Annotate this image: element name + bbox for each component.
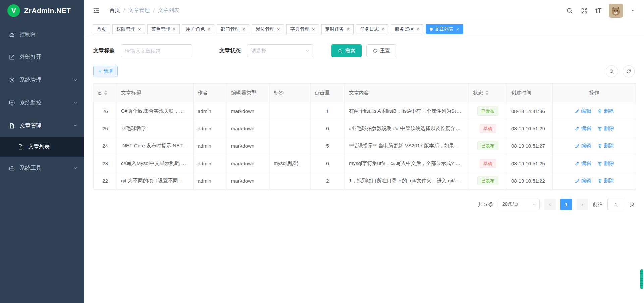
edit-link[interactable]: 编辑 <box>575 108 591 114</box>
fullscreen-icon[interactable] <box>581 7 588 14</box>
chevron-down-icon <box>305 48 310 53</box>
sort-carets-icon[interactable] <box>104 90 107 95</box>
prev-page-button[interactable]: ‹ <box>544 199 556 210</box>
tab-label: 服务监控 <box>395 26 414 32</box>
breadcrumb-item: 文章列表 <box>158 7 179 14</box>
table-row: 22git 为不同的项目设置不同…adminmarkdown21，找到项目所在目… <box>94 172 636 190</box>
cell-title: 羽毛球教学 <box>117 120 194 137</box>
tab-task-log[interactable]: 任务日志× <box>356 24 388 34</box>
article-title-input[interactable] <box>121 44 192 57</box>
tab-label: 菜单管理 <box>151 26 170 32</box>
close-icon[interactable]: × <box>416 27 419 32</box>
edit-link[interactable]: 编辑 <box>575 178 591 184</box>
sidebar-item-system-admin[interactable]: 系统管理 <box>0 69 84 91</box>
delete-link[interactable]: 删除 <box>597 178 614 184</box>
avatar[interactable] <box>609 4 623 18</box>
delete-link[interactable]: 删除 <box>597 143 614 149</box>
tab-article-list[interactable]: 文章列表× <box>426 24 463 34</box>
cell-actions: 编辑删除 <box>553 137 636 155</box>
toggle-search-button[interactable] <box>606 65 618 77</box>
sidebar-item-external-open[interactable]: 外部打开 <box>0 46 84 69</box>
page-size-select[interactable]: 20条/页 <box>498 199 540 210</box>
breadcrumb: 首页/文章管理/文章列表 <box>109 7 179 14</box>
delete-link-label: 删除 <box>604 143 614 149</box>
tab-service-monitor[interactable]: 服务监控× <box>391 24 423 34</box>
cell-status: 已发布 <box>469 102 507 120</box>
sidebar-item-article-list[interactable]: 文章列表 <box>0 137 84 157</box>
breadcrumb-separator: / <box>123 8 125 14</box>
close-icon[interactable]: × <box>242 27 245 32</box>
external-link-icon <box>9 54 15 60</box>
app-layout: V ZrAdmin.NET 控制台外部打开系统管理系统监控文章管理文章列表系统工… <box>0 0 644 303</box>
delete-link[interactable]: 删除 <box>597 108 614 114</box>
breadcrumb-item[interactable]: 文章管理 <box>128 7 150 14</box>
add-button[interactable]: + 新增 <box>93 66 118 77</box>
sidebar-item-system-monitor[interactable]: 系统监控 <box>0 91 84 114</box>
cell-tags <box>270 120 311 137</box>
breadcrumb-item[interactable]: 首页 <box>109 7 120 14</box>
cell-clicks: 2 <box>311 172 345 190</box>
column-label: 作者 <box>198 90 208 96</box>
sidebar-item-system-tools[interactable]: 系统工具 <box>0 157 84 179</box>
scrollbar-thumb[interactable] <box>640 269 643 289</box>
tab-label: 岗位管理 <box>256 26 274 32</box>
close-icon[interactable]: × <box>277 27 280 32</box>
tab-home[interactable]: 首页 <box>93 24 110 34</box>
sidebar-menu: 控制台外部打开系统管理系统监控文章管理文章列表系统工具 <box>0 21 84 303</box>
edit-link[interactable]: 编辑 <box>575 143 591 149</box>
tab-department[interactable]: 部门管理× <box>217 24 249 34</box>
search-button[interactable]: 搜索 <box>331 44 362 57</box>
next-page-button[interactable]: › <box>577 199 588 210</box>
sidebar-item-article-admin[interactable]: 文章管理 <box>0 114 84 137</box>
cell-title: C#两个list集合实现关联，… <box>117 102 194 120</box>
app-logo: V ZrAdmin.NET <box>0 0 84 21</box>
status-badge: 草稿 <box>480 124 496 133</box>
tab-user-role[interactable]: 用户角色× <box>182 24 215 34</box>
close-icon[interactable]: × <box>312 27 315 32</box>
cell-created: 08-18 14:41:36 <box>507 102 553 120</box>
close-icon[interactable]: × <box>381 27 384 32</box>
sort-carets-icon[interactable] <box>485 90 489 95</box>
edit-link-label: 编辑 <box>581 178 591 184</box>
edit-link[interactable]: 编辑 <box>575 125 591 132</box>
tab-menu[interactable]: 菜单管理× <box>147 24 180 34</box>
close-icon[interactable]: × <box>173 27 176 32</box>
column-header-id[interactable]: id <box>94 84 117 102</box>
menu-item-label: 控制台 <box>20 31 36 38</box>
caret-down-icon[interactable] <box>630 8 635 13</box>
tab-permission[interactable]: 权限管理× <box>112 24 145 34</box>
page-size-value: 20条/页 <box>502 201 518 207</box>
edit-link[interactable]: 编辑 <box>575 160 591 167</box>
delete-link[interactable]: 删除 <box>597 125 614 132</box>
close-icon[interactable]: × <box>347 27 350 32</box>
top-header: 首页/文章管理/文章列表 tT <box>84 0 644 21</box>
tab-bar: 首页权限管理×菜单管理×用户角色×部门管理×岗位管理×字典管理×定时任务×任务日… <box>84 21 644 37</box>
tab-dictionary[interactable]: 字典管理× <box>286 24 319 34</box>
status-badge: 已发布 <box>477 106 498 116</box>
close-icon[interactable]: × <box>456 27 459 32</box>
page-number-button[interactable]: 1 <box>560 199 572 210</box>
collapse-sidebar-icon[interactable] <box>93 7 100 14</box>
cell-content: 有两个list,listA 和listB，listA中有三个属性列为St… <box>345 102 469 120</box>
dashboard-icon <box>9 31 15 38</box>
app-title: ZrAdmin.NET <box>24 7 71 15</box>
toolbar-right <box>606 65 635 77</box>
article-status-select[interactable]: 请选择 <box>247 44 313 57</box>
menu-item-label: 文章管理 <box>20 122 41 129</box>
font-size-icon[interactable]: tT <box>595 7 601 14</box>
sidebar-item-dashboard[interactable]: 控制台 <box>0 23 84 46</box>
cell-author: admin <box>194 172 227 190</box>
search-icon[interactable] <box>566 7 573 14</box>
cell-content: mysql字符集utf8，c#写入中文后，全部显示成? … <box>345 155 469 172</box>
tab-scheduled-task[interactable]: 定时任务× <box>321 24 354 34</box>
reset-button[interactable]: 重置 <box>366 44 396 57</box>
cell-editor: markdown <box>227 155 270 172</box>
column-header-status[interactable]: 状态 <box>469 84 507 102</box>
goto-page-input[interactable] <box>607 199 625 210</box>
close-icon[interactable]: × <box>208 27 211 32</box>
cell-author: admin <box>194 137 227 155</box>
close-icon[interactable]: × <box>138 27 141 32</box>
refresh-table-button[interactable] <box>623 65 635 77</box>
tab-post[interactable]: 岗位管理× <box>252 24 284 34</box>
delete-link[interactable]: 删除 <box>597 160 614 167</box>
